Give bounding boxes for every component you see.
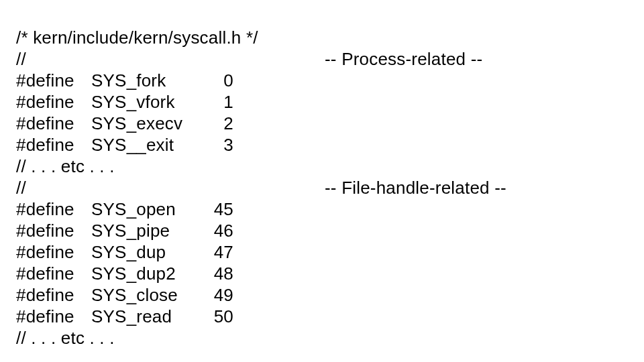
section-process-related: //-- Process-related -- (16, 49, 482, 69)
code-listing: /* kern/include/kern/syscall.h */ //-- P… (0, 0, 644, 362)
define-sys-pipe: #defineSYS_pipe46 (16, 221, 233, 241)
define-value: 48 (212, 263, 233, 284)
define-keyword: #define (16, 134, 91, 156)
etc-comment: // . . . etc . . . (16, 156, 115, 176)
section-label: -- File-handle-related -- (325, 178, 506, 198)
define-value: 0 (212, 70, 233, 91)
define-sys-read: #defineSYS_read50 (16, 306, 233, 326)
define-name: SYS_dup2 (91, 263, 212, 284)
define-keyword: #define (16, 70, 91, 91)
define-value: 50 (212, 306, 233, 327)
define-keyword: #define (16, 241, 91, 263)
define-keyword: #define (16, 113, 91, 134)
define-value: 47 (212, 241, 233, 263)
comment-slashes: // (16, 48, 325, 70)
define-value: 1 (212, 91, 233, 113)
define-name: SYS_fork (91, 70, 212, 91)
define-name: SYS_dup (91, 241, 212, 263)
define-sys-exit: #defineSYS__exit3 (16, 135, 233, 155)
define-name: SYS_close (91, 284, 212, 306)
define-keyword: #define (16, 220, 91, 241)
define-name: SYS_read (91, 306, 212, 327)
define-name: SYS_pipe (91, 220, 212, 241)
define-sys-execv: #defineSYS_execv2 (16, 113, 233, 133)
define-value: 2 (212, 113, 233, 134)
define-sys-dup: #defineSYS_dup47 (16, 242, 233, 262)
define-name: SYS_execv (91, 113, 212, 134)
define-name: SYS_open (91, 198, 212, 220)
comment-slashes: // (16, 177, 325, 198)
define-keyword: #define (16, 91, 91, 113)
define-value: 3 (212, 134, 233, 156)
define-keyword: #define (16, 284, 91, 306)
file-header-comment: /* kern/include/kern/syscall.h */ (16, 27, 258, 48)
section-label: -- Process-related -- (325, 49, 482, 69)
define-value: 46 (212, 220, 233, 241)
define-keyword: #define (16, 306, 91, 327)
define-sys-dup2: #defineSYS_dup248 (16, 263, 233, 284)
section-file-handle-related: //-- File-handle-related -- (16, 178, 506, 198)
define-sys-close: #defineSYS_close49 (16, 285, 233, 305)
define-name: SYS_vfork (91, 91, 212, 113)
define-value: 45 (212, 198, 233, 220)
define-value: 49 (212, 284, 233, 306)
etc-comment: // . . . etc . . . (16, 328, 115, 348)
define-name: SYS__exit (91, 134, 212, 156)
define-sys-vfork: #defineSYS_vfork1 (16, 92, 233, 112)
define-keyword: #define (16, 263, 91, 284)
define-keyword: #define (16, 198, 91, 220)
define-sys-fork: #defineSYS_fork0 (16, 70, 233, 90)
define-sys-open: #defineSYS_open45 (16, 199, 233, 219)
